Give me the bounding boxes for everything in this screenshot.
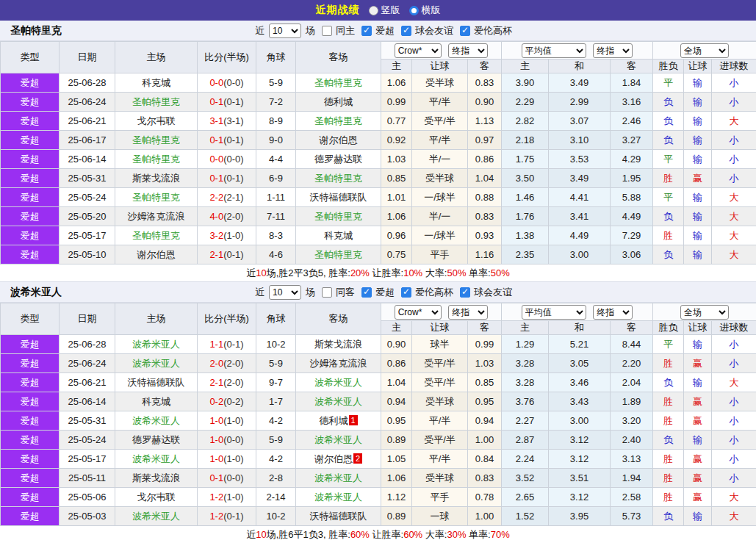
crow-away-odds: 0.88 xyxy=(468,188,502,207)
col-date: 日期 xyxy=(60,42,115,73)
final-odds-select-2[interactable]: 终指 xyxy=(593,43,633,58)
home-team[interactable]: 戈尔韦联 xyxy=(115,488,198,507)
avg-home-odds: 1.75 xyxy=(502,150,549,169)
average-select[interactable]: 平均值 xyxy=(522,43,586,58)
fulltime-select[interactable]: 全场 xyxy=(680,305,729,320)
handicap-result-cell: 赢 xyxy=(684,354,712,373)
near-label: 近 xyxy=(255,286,264,299)
avg-home-odds: 2.65 xyxy=(502,488,549,507)
home-team[interactable]: 戈尔韦联 xyxy=(115,112,198,131)
home-team[interactable]: 沃特福德联队 xyxy=(115,373,198,392)
avg-home-odds: 2.87 xyxy=(502,431,549,450)
avg-draw-odds: 3.43 xyxy=(549,392,611,411)
away-team[interactable]: 斯莱戈流浪 xyxy=(296,335,381,354)
filter-checkbox[interactable] xyxy=(460,26,470,36)
crow-select[interactable]: Crow* xyxy=(395,305,442,320)
away-team[interactable]: 圣帕特里克 xyxy=(296,245,381,264)
filter-checkbox-label: 爱超 xyxy=(375,286,395,299)
away-team[interactable]: 德罗赫达联 xyxy=(296,150,381,169)
handicap-result-cell: 输 xyxy=(684,373,712,392)
crow-select[interactable]: Crow* xyxy=(395,43,442,58)
avg-away-odds: 5.73 xyxy=(611,507,653,526)
filter-checkbox[interactable] xyxy=(322,26,332,36)
home-team[interactable]: 斯莱戈流浪 xyxy=(115,469,198,488)
avg-home-odds: 2.35 xyxy=(502,245,549,264)
layout-radio-vertical[interactable]: 竖版 xyxy=(369,4,400,17)
home-team[interactable]: 波希米亚人 xyxy=(115,335,198,354)
away-team[interactable]: 波希米亚人 xyxy=(296,392,381,411)
avg-home-odds: 3.28 xyxy=(502,354,549,373)
home-team[interactable]: 圣帕特里克 xyxy=(115,188,198,207)
home-team[interactable]: 斯莱戈流浪 xyxy=(115,169,198,188)
home-team[interactable]: 波希米亚人 xyxy=(115,450,198,469)
final-odds-select-2[interactable]: 终指 xyxy=(593,305,633,320)
away-team[interactable]: 波希米亚人 xyxy=(296,373,381,392)
final-odds-select[interactable]: 终指 xyxy=(448,43,488,58)
home-team[interactable]: 波希米亚人 xyxy=(115,354,198,373)
fulltime-select[interactable]: 全场 xyxy=(680,43,729,58)
home-team[interactable]: 波希米亚人 xyxy=(115,411,198,431)
away-team[interactable]: 圣帕特里克 xyxy=(296,169,381,188)
match-count-select[interactable]: 10 xyxy=(269,24,301,38)
goals-result-cell: 大 xyxy=(712,373,756,392)
home-team[interactable]: 科克城 xyxy=(115,392,198,411)
score-cell: 2-1(2-0) xyxy=(198,373,256,392)
away-team[interactable]: 波希米亚人 xyxy=(296,431,381,450)
filter-checkbox[interactable] xyxy=(361,26,372,36)
home-team[interactable]: 谢尔伯恩 xyxy=(115,245,198,264)
crow-home-odds: 1.04 xyxy=(381,373,412,392)
home-team[interactable]: 圣帕特里克 xyxy=(115,93,198,112)
layout-radio-horizontal[interactable]: 横版 xyxy=(409,4,441,17)
away-team[interactable]: 波希米亚人 xyxy=(296,488,381,507)
away-team[interactable]: 沃特福德联队 xyxy=(296,188,381,207)
filter-checkbox[interactable] xyxy=(322,287,332,298)
date-cell: 25-06-21 xyxy=(60,373,115,392)
col-goals: 进球数 xyxy=(712,60,756,73)
away-team[interactable]: 圣帕特里克 xyxy=(296,207,381,226)
match-count-select[interactable]: 10 xyxy=(269,285,301,300)
away-team[interactable]: 圣帕特里克 xyxy=(296,112,381,131)
avg-home-odds: 1.76 xyxy=(502,207,549,226)
date-cell: 25-05-20 xyxy=(60,207,115,226)
home-team[interactable]: 圣帕特里克 xyxy=(115,150,198,169)
crow-home-odds: 1.05 xyxy=(381,450,412,469)
goals-result-cell: 小 xyxy=(712,131,756,150)
away-team[interactable]: 德利城1 xyxy=(296,411,381,431)
filter-checkbox[interactable] xyxy=(401,26,411,36)
col-home-odds: 主 xyxy=(381,321,412,335)
avg-draw-odds: 3.10 xyxy=(549,131,611,150)
avg-away-odds: 5.88 xyxy=(611,188,653,207)
filter-checkbox[interactable] xyxy=(401,287,411,298)
handicap-result-cell: 赢 xyxy=(684,469,712,488)
result-cell: 平 xyxy=(653,73,684,93)
away-team[interactable]: 圣帕特里克 xyxy=(296,73,381,93)
away-team[interactable]: 科克城 xyxy=(296,226,381,245)
away-team[interactable]: 沃特福德联队 xyxy=(296,507,381,526)
filter-checkbox[interactable] xyxy=(460,287,470,298)
crow-away-odds: 0.90 xyxy=(468,93,502,112)
handicap-result-cell: 赢 xyxy=(684,392,712,411)
col-corners: 角球 xyxy=(256,303,296,335)
away-team[interactable]: 沙姆洛克流浪 xyxy=(296,354,381,373)
home-team[interactable]: 科克城 xyxy=(115,73,198,93)
home-team[interactable]: 圣帕特里克 xyxy=(115,226,198,245)
avg-home-odds: 1.46 xyxy=(502,188,549,207)
home-team[interactable]: 沙姆洛克流浪 xyxy=(115,207,198,226)
away-team[interactable]: 德利城 xyxy=(296,93,381,112)
home-team[interactable]: 德罗赫达联 xyxy=(115,431,198,450)
home-team[interactable]: 波希米亚人 xyxy=(115,507,198,526)
avg-away-odds: 4.29 xyxy=(611,150,653,169)
table-row: 爱超 25-05-10 谢尔伯恩 2-1(0-1) 4-6 圣帕特里克 0.75… xyxy=(1,245,756,264)
date-cell: 25-06-14 xyxy=(60,150,115,169)
avg-away-odds: 2.58 xyxy=(611,488,653,507)
crow-home-odds: 1.03 xyxy=(381,150,412,169)
goals-result-cell: 大 xyxy=(712,112,756,131)
average-select[interactable]: 平均值 xyxy=(522,305,586,320)
home-team[interactable]: 圣帕特里克 xyxy=(115,131,198,150)
away-team[interactable]: 谢尔伯恩 xyxy=(296,131,381,150)
filter-checkbox[interactable] xyxy=(361,287,372,298)
handicap-cell: 平/半 xyxy=(412,450,468,469)
final-odds-select[interactable]: 终指 xyxy=(448,305,488,320)
away-team[interactable]: 波希米亚人 xyxy=(296,469,381,488)
away-team[interactable]: 谢尔伯恩2 xyxy=(296,450,381,469)
